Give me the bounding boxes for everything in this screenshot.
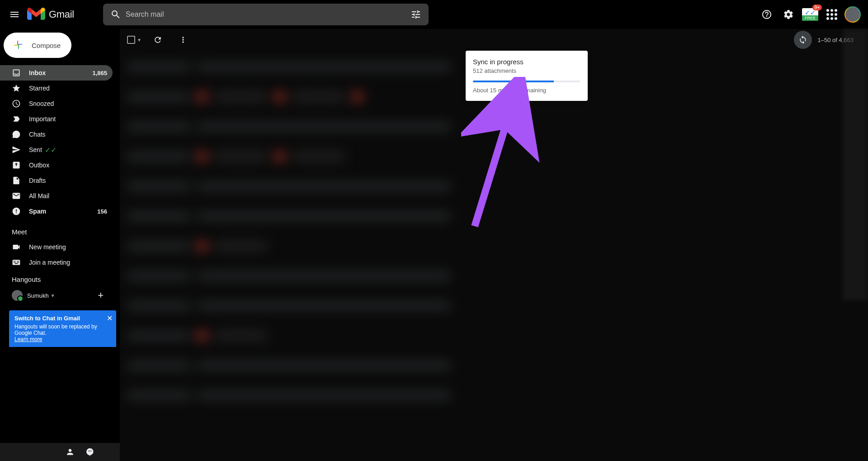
gmail-logo[interactable]: Gmail <box>27 5 74 24</box>
chevron-down-icon: ▼ <box>137 38 142 43</box>
select-all-checkbox[interactable]: ▼ <box>127 36 142 44</box>
person-icon <box>66 447 75 456</box>
meet-label: Join a meeting <box>29 259 70 266</box>
nav-label: Inbox <box>29 69 46 76</box>
sync-icon <box>798 35 807 44</box>
contacts-icon-button[interactable] <box>60 443 80 461</box>
learn-more-link[interactable]: Learn more <box>14 336 42 342</box>
sync-eta: About 15 minutes remaining <box>473 87 580 94</box>
header-icons: ✓✓ FREE 9+ <box>758 5 864 24</box>
nav-label: Sent <box>29 146 42 153</box>
spam-icon <box>12 207 21 216</box>
keyboard-icon <box>12 258 21 267</box>
sidebar-item-inbox[interactable]: Inbox 1,865 <box>0 65 113 81</box>
hangouts-icon <box>85 447 94 456</box>
camera-icon <box>12 242 21 252</box>
hamburger-icon <box>9 9 20 20</box>
gmail-icon <box>27 5 45 24</box>
search-bar <box>103 4 429 25</box>
header: Gmail ✓✓ FREE 9+ <box>0 0 868 29</box>
more-vert-icon <box>179 35 188 44</box>
main-menu-button[interactable] <box>4 4 25 25</box>
search-icon <box>110 9 121 20</box>
tune-icon <box>410 9 421 20</box>
google-apps-button[interactable] <box>823 5 841 24</box>
plus-icon <box>11 38 25 53</box>
nav-list: Inbox 1,865 Starred Snoozed Important Ch… <box>0 65 120 223</box>
sidebar-item-spam[interactable]: Spam 156 <box>0 204 113 219</box>
chat-icon <box>12 130 21 139</box>
hangouts-section-header: Hangouts <box>0 270 120 287</box>
more-button[interactable] <box>174 31 192 49</box>
banner-body: Hangouts will soon be replaced by Google… <box>14 323 111 336</box>
sidebar-item-chats[interactable]: Chats <box>0 127 113 142</box>
help-icon <box>761 9 772 20</box>
refresh-icon <box>153 35 162 44</box>
clock-icon <box>12 99 21 108</box>
sidebar-item-drafts[interactable]: Drafts <box>0 173 113 188</box>
sidebar-item-starred[interactable]: Starred <box>0 81 113 96</box>
sent-icon <box>12 145 21 154</box>
hangouts-icon-button[interactable] <box>80 443 100 461</box>
sidebar-item-all-mail[interactable]: All Mail <box>0 188 113 204</box>
meet-section-header: Meet <box>0 223 120 239</box>
inbox-icon <box>12 68 21 77</box>
account-avatar[interactable] <box>844 6 861 23</box>
apps-grid-icon <box>826 9 837 20</box>
important-icon <box>12 114 21 124</box>
outbox-icon <box>12 161 21 170</box>
sync-button[interactable] <box>794 31 812 49</box>
compose-button[interactable]: Compose <box>4 33 71 58</box>
sidebar-item-important[interactable]: Important <box>0 111 113 127</box>
sidebar-footer <box>0 443 120 461</box>
sync-progress-popover: Sync in progress 512 attachments About 1… <box>466 51 588 101</box>
meet-item-join-a-meeting[interactable]: Join a meeting <box>0 255 113 270</box>
toolbar: ▼ 1–50 of 4,663 <box>120 29 868 51</box>
nav-label: Starred <box>29 85 50 92</box>
free-badge: ✓✓ FREE 9+ <box>802 8 818 21</box>
meet-label: New meeting <box>29 243 66 251</box>
sidebar-item-snoozed[interactable]: Snoozed <box>0 96 113 111</box>
hangouts-user[interactable]: Sumukh ▼ + <box>0 287 120 304</box>
compose-label: Compose <box>32 42 61 49</box>
meet-item-new-meeting[interactable]: New meeting <box>0 239 113 255</box>
app-name: Gmail <box>49 9 74 20</box>
nav-label: Outbox <box>29 162 49 169</box>
double-check-icon: ✓✓ <box>45 146 57 154</box>
star-icon <box>12 84 21 93</box>
meet-list: New meeting Join a meeting <box>0 239 120 270</box>
draft-icon <box>12 176 21 185</box>
new-hangout-button[interactable]: + <box>98 290 104 301</box>
right-side-panel <box>843 29 868 300</box>
nav-count: 1,865 <box>92 70 107 76</box>
nav-label: Important <box>29 115 56 123</box>
chevron-down-icon: ▼ <box>51 293 55 298</box>
sync-progress-bar <box>473 81 580 82</box>
nav-label: Spam <box>29 208 46 215</box>
notification-badge: 9+ <box>812 5 822 10</box>
gear-icon <box>783 9 794 20</box>
message-list <box>120 51 868 461</box>
sidebar-item-outbox[interactable]: Outbox <box>0 157 113 173</box>
nav-label: Chats <box>29 131 46 138</box>
nav-label: Drafts <box>29 177 46 184</box>
search-button[interactable] <box>106 5 126 24</box>
hangouts-username: Sumukh <box>27 292 49 299</box>
sync-subtitle: 512 attachments <box>473 67 580 74</box>
allmail-icon <box>12 191 21 200</box>
sync-title: Sync in progress <box>473 58 580 66</box>
search-input[interactable] <box>126 10 406 19</box>
support-button[interactable] <box>758 5 776 24</box>
nav-count: 156 <box>97 208 107 215</box>
refresh-button[interactable] <box>149 31 167 49</box>
banner-title: Switch to Chat in Gmail <box>14 315 111 322</box>
close-banner-button[interactable]: ✕ <box>107 314 113 323</box>
search-options-button[interactable] <box>406 5 426 24</box>
settings-button[interactable] <box>779 5 797 24</box>
nav-label: Snoozed <box>29 100 54 107</box>
offline-sync-badge[interactable]: ✓✓ FREE 9+ <box>801 5 819 24</box>
nav-label: All Mail <box>29 192 49 200</box>
sidebar: Compose Inbox 1,865 Starred Snoozed Impo… <box>0 29 120 461</box>
sidebar-item-sent[interactable]: Sent ✓✓ <box>0 142 113 157</box>
chat-migration-banner: ✕ Switch to Chat in Gmail Hangouts will … <box>9 310 116 347</box>
